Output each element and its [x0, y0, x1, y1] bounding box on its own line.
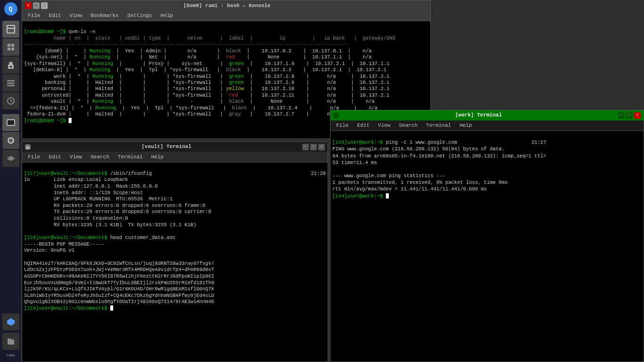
svg-rect-3 — [11, 44, 14, 47]
dom0-menu-settings[interactable]: Settings — [124, 11, 156, 20]
dom0-row-work: work | * | Running | | | *sys-firewall |… — [24, 74, 389, 79]
dom0-menu-edit[interactable]: Edit — [45, 11, 65, 20]
work-terminal-window: [work] Terminal ─ □ ✕ File Edit View Sea… — [330, 110, 644, 362]
dom0-row-banking: banking | | Halted | | | *sys-firewall |… — [24, 80, 389, 85]
vault-quit-btn[interactable]: ✕ — [318, 144, 325, 150]
vault-menu-edit[interactable]: Edit — [45, 153, 65, 162]
work-min-btn[interactable]: ─ — [618, 112, 625, 119]
dom0-max-btn[interactable]: □ — [41, 2, 48, 9]
vault-blank-1 — [24, 228, 27, 234]
dom0-row-dom0: {dom0} | | Running | Yes | Admin | n/a |… — [24, 48, 372, 54]
dom0-table-header: name | on | state | updbl | type | netvm… — [24, 35, 396, 41]
sidebar-qubes-app[interactable] — [2, 313, 19, 330]
work-line-time: 53 time=11.4 ms — [332, 160, 377, 165]
svg-rect-5 — [11, 48, 14, 50]
work-line-packets: 1 packets transmitted, 1 received, 0% pa… — [332, 180, 508, 185]
work-menu-terminal[interactable]: Terminal — [422, 121, 455, 130]
dom0-menu-bar: File Edit View Bookmarks Settings Help — [22, 11, 430, 21]
dom0-min-btn[interactable]: – — [33, 2, 40, 9]
vault-line-lo: lo Link encap:Local Loopback — [24, 177, 134, 182]
dom0-menu-file[interactable]: File — [24, 11, 44, 20]
vault-line-bytes: RX bytes:3235 (3.1 KiB) TX bytes:3235 (3… — [24, 222, 196, 228]
sidebar: Q rami — [0, 0, 21, 362]
work-menu-edit[interactable]: Edit — [353, 121, 373, 130]
dom0-close-btn[interactable]: ✕ — [25, 2, 32, 9]
svg-rect-4 — [8, 48, 10, 50]
work-line-143: [143]user@work:~$ ping -c 1 www.google.c… — [332, 140, 546, 145]
vault-menu-search[interactable]: Search — [87, 153, 113, 162]
vault-line-up: UP LOOPBACK RUNNING MTU:65536 Metric:1 — [24, 196, 173, 202]
work-menu-search[interactable]: Search — [395, 121, 421, 130]
work-menu-bar: File Edit View Search Terminal Help — [330, 121, 644, 131]
dom0-title: [Dom0] rami : bash – Konsole — [48, 2, 406, 9]
vault-menu-file[interactable]: File — [24, 153, 44, 162]
work-menu-help[interactable]: Help — [456, 121, 476, 130]
vault-title-bar: [vault] Terminal ─ □ ✕ — [22, 142, 328, 152]
work-window-icon — [333, 113, 339, 118]
sidebar-app-3[interactable] — [2, 74, 19, 91]
work-line-64bytes: 64 bytes from arn09s05-in-f4.1e100.net (… — [332, 153, 546, 159]
work-line-stats: --- www.google.com ping statistics --- — [332, 173, 445, 179]
dom0-row-fedora21dvm: fedora-21-dvm | | Halted | | | *sys-fire… — [24, 111, 375, 117]
sidebar-bottom: rami — [2, 313, 19, 357]
sidebar-app-7[interactable] — [2, 150, 19, 167]
work-title-bar: [work] Terminal ─ □ ✕ — [330, 110, 644, 121]
vault-line-inet: inet addr:127.0.0.1 Mask:255.0.0.0 — [24, 183, 158, 189]
work-line-144: [144]user@work:~$ █ — [332, 193, 389, 199]
work-close-btn[interactable]: ✕ — [634, 112, 641, 119]
sidebar-app-5[interactable] — [2, 114, 19, 131]
sidebar-app-4[interactable] — [2, 92, 19, 109]
vault-menu-view[interactable]: View — [66, 153, 86, 162]
dom0-menu-help[interactable]: Help — [157, 11, 176, 20]
vault-line-219: [219]user@vault:~/Documents$ █ — [24, 305, 113, 311]
svg-rect-14 — [8, 120, 14, 125]
work-line-rtt: rtt min/avg/max/mdev = 11.441/11.441/11.… — [332, 186, 487, 192]
dom0-row-fedora21: =>[fedora-21] | * | Running | Yes | Tpl … — [24, 105, 378, 111]
qubes-logo-icon[interactable]: Q — [4, 2, 17, 16]
sidebar-app-2[interactable] — [2, 39, 19, 56]
svg-point-17 — [10, 157, 12, 159]
vault-line-inet6: inet6 addr: ::1/128 Scope:Host — [24, 190, 143, 196]
sidebar-lock-icon[interactable] — [2, 57, 19, 74]
svg-point-16 — [9, 139, 13, 142]
work-menu-view[interactable]: View — [374, 121, 394, 130]
dom0-menu-bookmarks[interactable]: Bookmarks — [87, 11, 122, 20]
dom0-row-personal: personal | | Halted | | | *sys-firewall … — [24, 86, 389, 91]
vault-menu-bar: File Edit View Search Terminal Help — [22, 152, 328, 163]
work-menu-file[interactable]: File — [332, 121, 352, 130]
work-terminal-content[interactable]: [143]user@work:~$ ping -c 1 www.google.c… — [330, 131, 644, 362]
dom0-title-bar: ✕ – □ [Dom0] rami : bash – Konsole — [22, 0, 430, 11]
dom0-prompt-end: [rami@dom0 ~]$ █ — [24, 118, 72, 123]
dom0-menu-view[interactable]: View — [66, 11, 86, 20]
sidebar-files[interactable] — [2, 333, 19, 350]
svg-line-12 — [11, 101, 12, 102]
work-max-btn[interactable]: □ — [626, 112, 633, 119]
svg-rect-8 — [7, 82, 15, 84]
vault-terminal-content[interactable]: [217]user@vault:~/Documents$ /sbin/ifcon… — [22, 163, 328, 362]
vault-max-btn[interactable]: □ — [310, 144, 317, 150]
svg-rect-9 — [7, 85, 15, 86]
vault-terminal-window: [vault] Terminal ─ □ ✕ File Edit View Se… — [22, 141, 328, 362]
sidebar-app-6[interactable] — [2, 132, 19, 149]
svg-rect-0 — [7, 25, 15, 33]
vault-line-pgp3: hQIMA41ezT/kHKC8AQ/9Fk8JKX0+0C92WfCnLsn/… — [24, 261, 214, 266]
vault-line-pgp1: -----BEGIN PGP MESSAGE----- — [24, 241, 104, 247]
vault-title: [vault] Terminal — [31, 143, 302, 150]
vault-line-rx: RX packets:29 errors:0 dropped:0 overrun… — [24, 203, 205, 208]
vault-menu-help[interactable]: Help — [148, 153, 167, 162]
vault-blank-2 — [24, 254, 27, 260]
vault-line-tx: TX packets:29 errors:0 dropped:0 overrun… — [24, 209, 211, 214]
sidebar-app-1[interactable] — [2, 21, 19, 38]
vault-menu-terminal[interactable]: Terminal — [114, 153, 147, 162]
work-title: [work] Terminal — [339, 112, 618, 119]
vault-line-pgp5: ASSOPrC0HmDGRv+06AKeNIJ7YY5kI87R6wIihjF6… — [24, 273, 214, 279]
work-line-ping: PING www.google.com (216.58.209.132) 56(… — [332, 146, 504, 152]
vault-line-col: collisions:0 txqueuelen:0 — [24, 215, 128, 221]
vault-line-pgp7: lj2k5F/KU/qLKCx+LiQfXJIKTVAypl/G1r8K0U4D… — [24, 286, 214, 292]
svg-rect-2 — [8, 44, 10, 47]
vault-line-pgp9: QhgvuigNIXOB42y8G1cenWWbxlo6hgfYOOaTIrj4… — [24, 299, 214, 304]
sidebar-user-label: rami — [6, 353, 15, 357]
svg-rect-7 — [7, 80, 15, 82]
svg-rect-6 — [10, 66, 12, 67]
vault-close-btn[interactable]: ─ — [302, 144, 309, 150]
